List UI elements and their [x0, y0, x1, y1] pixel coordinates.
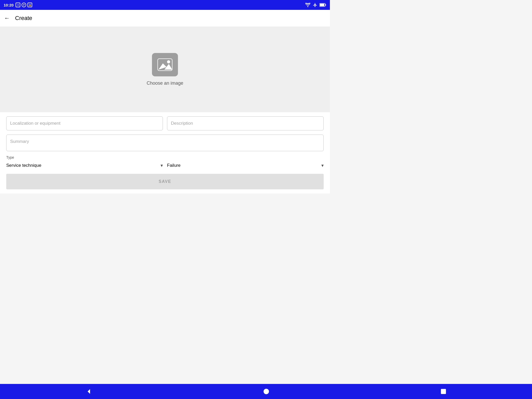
service-type-value: Service technique — [6, 163, 41, 168]
image-placeholder-icon — [152, 53, 178, 76]
form-row-one — [6, 116, 324, 130]
status-icon-a: A — [16, 3, 20, 7]
status-icon-lock: 🔒 — [28, 3, 32, 7]
status-left: 10:20 A P 🔒 — [4, 3, 32, 7]
image-icon — [157, 58, 173, 71]
battery-icon — [320, 3, 326, 7]
wifi-icon — [305, 3, 311, 7]
failure-type-dropdown[interactable]: Failure ▾ — [167, 163, 324, 170]
status-bar: 10:20 A P 🔒 — [0, 0, 330, 10]
dropdown-row: Service technique ▾ Failure ▾ — [6, 161, 324, 173]
image-picker-section[interactable]: Choose an image — [0, 26, 330, 112]
service-type-dropdown[interactable]: Service technique ▾ — [6, 163, 163, 170]
failure-type-arrow-icon: ▾ — [321, 163, 324, 168]
airplane-icon — [313, 3, 317, 7]
type-label: Type — [6, 155, 324, 159]
choose-image-text: Choose an image — [147, 81, 183, 86]
app-bar: ← Create — [0, 10, 330, 26]
form-section: Type Service technique ▾ Failure ▾ SAVE — [0, 112, 330, 194]
service-type-arrow-icon: ▾ — [161, 163, 163, 168]
status-icons: A P 🔒 — [16, 3, 32, 7]
status-right — [305, 3, 326, 7]
back-button[interactable]: ← — [4, 15, 10, 22]
svg-point-6 — [167, 60, 170, 63]
localization-input[interactable] — [6, 116, 163, 130]
status-icon-p: P — [22, 3, 26, 7]
save-button[interactable]: SAVE — [6, 174, 324, 189]
failure-type-value: Failure — [167, 163, 181, 168]
description-input[interactable] — [167, 116, 324, 130]
status-time: 10:20 — [4, 3, 14, 7]
page-title: Create — [15, 15, 32, 22]
svg-rect-2 — [320, 4, 324, 6]
summary-input[interactable] — [6, 135, 324, 151]
svg-rect-1 — [325, 4, 326, 6]
